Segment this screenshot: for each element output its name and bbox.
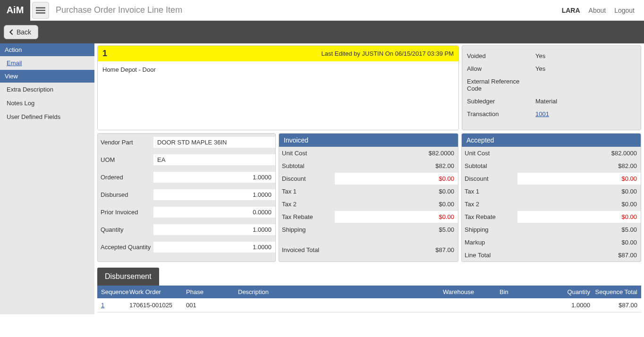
hamburger-icon [36,6,45,15]
header-card: 1 Last Edited by JUSTIN On 06/15/2017 03… [97,45,459,130]
accepted-tax2-label: Tax 2 [462,198,517,210]
col-warehouse: Warehouse [441,288,498,295]
invoiced-tax2-value: $0.00 [335,198,458,210]
invoiced-tax1-label: Tax 1 [279,185,335,197]
svg-rect-1 [36,9,45,11]
info-panel: VoidedYes AllowYes External Reference Co… [462,45,641,130]
sidebar-header-view: View [0,70,94,83]
ordered-value: 1.0000 [153,172,275,183]
phase-cell: 001 [184,302,236,309]
accepted-quantity-value: 1.0000 [153,242,275,253]
uom-value: EA [153,154,275,165]
page-title: Purchase Order Invoice Line Item [56,5,562,15]
last-edited-text: Last Edited by JUSTIN On 06/15/2017 03:3… [322,50,454,57]
col-description: Description [236,288,441,295]
external-reference-value [535,78,636,92]
accepted-title: Accepted [462,134,641,147]
sidebar-item-email[interactable]: Email [0,56,94,70]
transaction-label: Transaction [467,110,535,118]
col-quantity: Quantity [554,288,592,295]
accepted-markup-label: Markup [462,236,517,248]
line-item-number: 1 [102,49,107,59]
disbursed-label: Disbursed [98,186,153,203]
subledger-label: Subledger [467,98,535,105]
work-order-cell: 170615-001025 [127,302,184,309]
back-button[interactable]: Back [4,25,38,39]
accepted-shipping-label: Shipping [462,224,517,236]
accepted-tax1-value: $0.00 [517,185,641,197]
sequence-link[interactable]: 1 [101,302,104,309]
col-work-order: Work Order [127,288,184,295]
accepted-unit-cost-label: Unit Cost [462,147,517,159]
disbursed-value: 1.0000 [153,189,275,200]
accepted-subtotal-label: Subtotal [462,160,517,172]
hamburger-menu-button[interactable] [32,2,49,19]
sidebar-item-notes-log[interactable]: Notes Log [0,96,94,110]
invoiced-total-value: $87.00 [335,244,458,256]
disbursement-section-title: Disbursement [97,268,159,286]
col-sequence: Sequence [99,288,127,295]
ordered-label: Ordered [98,168,153,186]
allow-value: Yes [535,65,636,72]
accepted-line-total-value: $87.00 [517,249,641,261]
voided-value: Yes [535,52,636,59]
quantity-cell: 1.0000 [554,302,592,309]
invoiced-title: Invoiced [279,134,458,147]
sidebar-header-action: Action [0,43,94,56]
accepted-quantity-label: Accepted Quantity [98,238,153,256]
accepted-tax2-value: $0.00 [517,198,641,210]
description-cell [236,302,441,309]
accepted-subtotal-value: $82.00 [517,160,641,172]
accepted-shipping-value: $5.00 [517,224,641,236]
uom-label: UOM [98,151,153,168]
invoiced-shipping-label: Shipping [279,224,335,236]
about-link[interactable]: About [589,7,606,14]
sequence-total-cell: $87.00 [592,302,639,309]
svg-rect-2 [36,12,45,13]
col-phase: Phase [184,288,236,295]
invoiced-panel: Invoiced Unit Cost$82.0000 Subtotal$82.0… [279,133,458,262]
accepted-discount-label: Discount [462,173,517,185]
invoiced-discount-label: Discount [279,173,335,185]
vendor-part-value: DOOR STD MAPLE 36IN [153,137,275,148]
sidebar-item-extra-description[interactable]: Extra Description [0,83,94,96]
invoiced-total-label: Invoiced Total [279,244,335,256]
back-button-label: Back [17,28,31,36]
quantity-label: Quantity [98,221,153,238]
invoiced-unit-cost-value: $82.0000 [335,147,458,159]
external-reference-label: External Reference Code [467,78,535,92]
invoiced-subtotal-value: $82.00 [335,160,458,172]
col-bin: Bin [498,288,554,295]
sidebar-item-user-defined-fields[interactable]: User Defined Fields [0,110,94,124]
quantities-panel: Vendor PartDOOR STD MAPLE 36IN UOMEA Ord… [97,133,276,262]
invoiced-unit-cost-label: Unit Cost [279,147,335,159]
accepted-unit-cost-value: $82.0000 [517,147,641,159]
subledger-value: Material [535,98,636,105]
invoiced-tax2-label: Tax 2 [279,198,335,210]
invoiced-shipping-value: $5.00 [335,224,458,236]
accepted-line-total-label: Line Total [462,249,517,261]
voided-label: Voided [467,52,535,59]
chevron-left-icon [9,29,14,35]
svg-rect-0 [36,7,45,8]
allow-label: Allow [467,65,535,72]
app-logo: AiM [0,0,30,21]
disbursement-table: Sequence Work Order Phase Description Wa… [97,286,641,312]
current-user[interactable]: LARA [562,7,580,14]
accepted-tax-rebate-value: $0.00 [517,211,641,223]
transaction-link[interactable]: 1001 [535,110,549,118]
vendor-part-label: Vendor Part [98,134,153,151]
sidebar: Action Email View Extra Description Note… [0,43,94,314]
accepted-tax-rebate-label: Tax Rebate [462,211,517,223]
prior-invoiced-label: Prior Invoiced [98,203,153,221]
invoiced-subtotal-label: Subtotal [279,160,335,172]
invoiced-tax1-value: $0.00 [335,185,458,197]
invoiced-discount-value: $0.00 [335,173,458,185]
warehouse-cell [441,302,498,309]
logout-link[interactable]: Logout [614,7,635,14]
prior-invoiced-value: 0.0000 [153,207,275,218]
quantity-value: 1.0000 [153,224,275,235]
accepted-panel: Accepted Unit Cost$82.0000 Subtotal$82.0… [461,133,641,262]
invoiced-tax-rebate-label: Tax Rebate [279,211,335,223]
accepted-discount-value: $0.00 [517,173,641,185]
